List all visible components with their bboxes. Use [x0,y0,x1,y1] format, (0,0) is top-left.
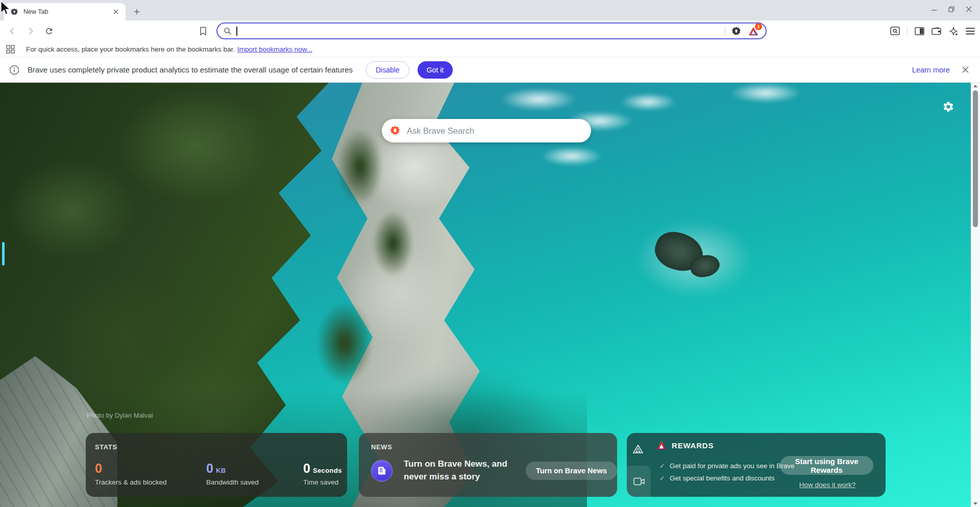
stats-title: STATS [95,443,347,451]
stat-value: 0 [95,462,102,475]
brave-search-box[interactable] [382,119,591,142]
close-notice-icon[interactable] [962,66,969,73]
info-icon [9,65,19,75]
rewards-badge: 1 [755,23,762,30]
brave-shields-icon[interactable] [731,26,741,36]
scrollbar-thumb[interactable] [973,90,978,227]
back-icon[interactable] [5,24,19,38]
stat-value: 0 [303,462,310,475]
check-icon: ✓ [659,474,665,482]
apps-grid-icon[interactable] [6,45,15,54]
tab-new-tab[interactable]: New Tab [4,3,126,20]
bat-logo-icon [656,441,667,450]
sidebar-hover-indicator[interactable] [2,242,5,265]
news-widget: NEWS Turn on Brave News, and never miss … [359,433,617,497]
menu-icon[interactable] [966,28,975,35]
privacy-message: Brave uses completely private product an… [28,65,353,74]
text-caret [236,27,237,36]
wallet-icon[interactable] [932,27,941,35]
stat-time-saved: 0 Seconds Time saved [303,462,342,486]
brave-logo-icon [390,125,400,136]
scroll-down-icon[interactable] [973,502,977,505]
brave-favicon-icon [10,8,18,16]
stat-value: 0 [206,462,213,475]
stat-label: Trackers & ads blocked [95,478,206,486]
divider [725,27,725,36]
new-tab-button[interactable] [131,6,143,18]
photo-credit[interactable]: Photo by Dylan Malval [87,412,153,419]
rewards-benefit: ✓ Get paid for private ads you see in Br… [659,462,795,470]
stat-unit: Seconds [313,467,342,474]
bookmarks-hint-text: For quick access, place your bookmarks h… [26,45,235,53]
rewards-title: REWARDS [672,441,714,450]
privacy-notice-bar: Brave uses completely private product an… [0,57,980,83]
stat-trackers: 0 Trackers & ads blocked [95,462,206,486]
bookmark-icon[interactable] [196,24,210,38]
address-bar[interactable]: 1 [216,22,767,39]
search-input[interactable] [407,126,583,136]
sidebar-panel-icon[interactable] [915,27,924,35]
news-headline: Turn on Brave News, and never miss a sto… [404,458,520,483]
brave-rewards-icon[interactable]: 1 [747,25,760,37]
new-tab-page: Photo by Dylan Malval STATS 0 Trackers &… [0,83,980,507]
window-close-icon[interactable] [966,6,972,12]
rewards-tab-icon[interactable] [632,443,644,455]
tab-title: New Tab [23,8,111,15]
address-bar-input[interactable] [242,27,725,35]
news-title: NEWS [371,443,617,451]
rewards-widget: REWARDS ✓ Get paid for private ads you s… [627,433,886,497]
got-it-button[interactable]: Got it [418,61,453,79]
tab-close-icon[interactable] [111,7,120,16]
scrollbar[interactable] [971,83,980,507]
search-tabs-icon[interactable] [890,27,900,35]
search-icon [224,27,232,35]
bookmarks-bar: For quick access, place your bookmarks h… [0,41,980,57]
start-rewards-button[interactable]: Start using Brave Rewards [780,456,873,475]
stat-unit: KB [216,467,226,474]
window-controls [931,0,976,18]
import-bookmarks-link[interactable]: Import bookmarks now... [237,45,312,53]
news-icon [371,460,393,481]
video-camera-icon [633,477,645,486]
leo-ai-icon[interactable] [948,26,959,36]
window-minimize-icon[interactable] [931,6,937,12]
stats-widget: STATS 0 Trackers & ads blocked 0 KB Band… [86,433,347,497]
browser-window: New Tab [0,0,980,507]
stat-label: Bandwidth saved [206,478,303,486]
reload-icon[interactable] [42,24,56,38]
toolbar: 1 [0,20,980,41]
mouse-cursor [0,1,11,16]
brave-talk-tab[interactable] [627,466,651,497]
benefit-text: Get paid for private ads you see in Brav… [670,462,795,470]
turn-on-news-button[interactable]: Turn on Brave News [526,462,617,480]
how-does-it-work-link[interactable]: How does it work? [789,481,866,489]
learn-more-link[interactable]: Learn more [912,66,950,74]
customize-gear-icon[interactable] [942,101,954,113]
benefit-text: Get special benefits and discounts [670,474,775,482]
window-restore-icon[interactable] [948,6,954,12]
stat-bandwidth: 0 KB Bandwidth saved [206,462,303,486]
stat-label: Time saved [303,478,342,486]
forward-icon[interactable] [23,24,38,38]
check-icon: ✓ [659,462,665,470]
divider [907,27,908,36]
rewards-benefit: ✓ Get special benefits and discounts [659,474,775,482]
scroll-up-icon[interactable] [973,85,977,87]
tab-strip: New Tab [0,0,980,20]
disable-button[interactable]: Disable [366,61,409,79]
